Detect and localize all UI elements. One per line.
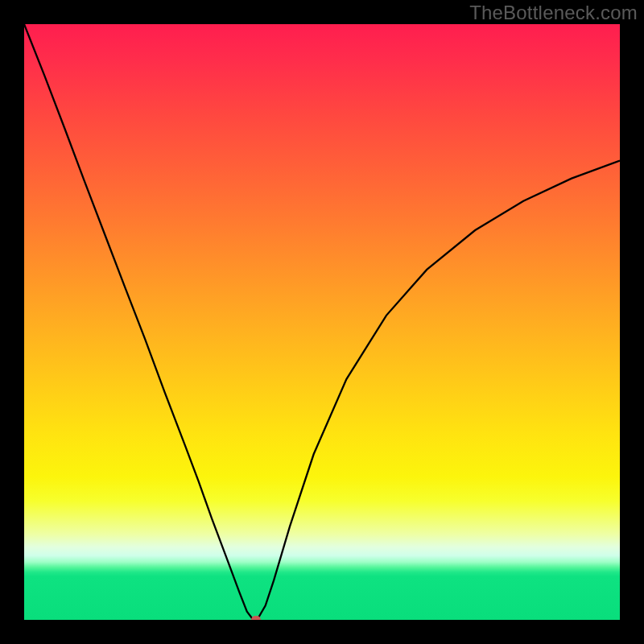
chart-frame: TheBottleneck.com xyxy=(0,0,644,644)
watermark-text: TheBottleneck.com xyxy=(469,2,638,24)
plot-area xyxy=(24,24,620,620)
optimal-point-marker xyxy=(251,616,261,620)
bottleneck-curve xyxy=(24,24,620,620)
curve-path xyxy=(24,24,620,620)
